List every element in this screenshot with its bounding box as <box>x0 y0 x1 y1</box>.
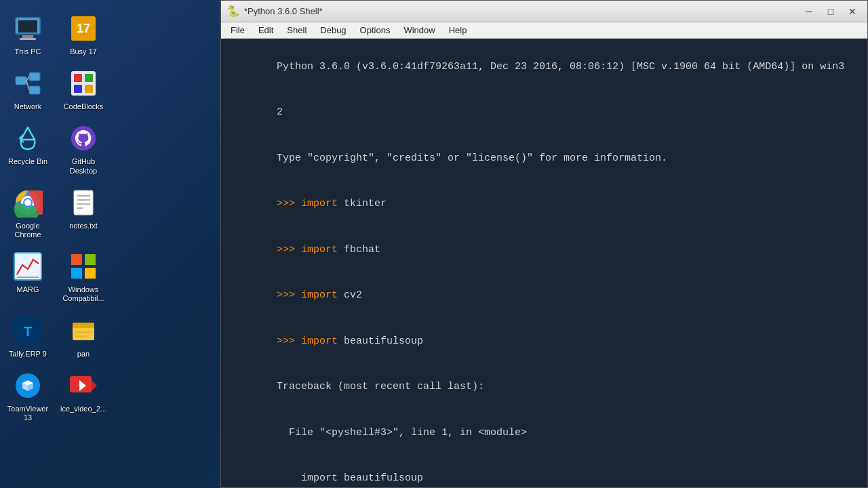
github-icon <box>67 122 100 155</box>
version-line2: 2 <box>228 90 861 136</box>
svg-rect-29 <box>71 254 82 265</box>
svg-rect-7 <box>29 73 40 81</box>
svg-rect-3 <box>20 38 36 40</box>
desktop-icon-tally[interactable]: T Tally.ERP 9 <box>0 309 56 364</box>
keyword-2: import <box>301 244 338 256</box>
file-text: File "<pyshell#3>", line 1, in <module> <box>277 427 527 439</box>
module-1: tkinter <box>338 198 387 209</box>
desktop-icon-busy17[interactable]: 17 Busy 17 <box>56 7 111 62</box>
svg-point-21 <box>24 199 31 206</box>
desktop-icon-recycle[interactable]: Recycle Bin <box>0 117 56 180</box>
window-title: *Python 3.6.0 Shell* <box>244 6 800 16</box>
tally-label: Tally.ERP 9 <box>9 350 47 359</box>
svg-line-10 <box>26 81 29 90</box>
ice-video-label: ice_video_2... <box>60 405 106 413</box>
window-menubar: File Edit Shell Debug Options Window Hel… <box>221 22 867 39</box>
prompt-2: >>> <box>277 244 301 256</box>
desktop-icon-this-pc[interactable]: This PC <box>0 7 56 62</box>
info-line: Type "copyright", "credits" or "license(… <box>228 136 861 182</box>
window-controls: ─ □ ✕ <box>800 4 862 19</box>
module-3: cv2 <box>338 289 362 301</box>
desktop-icon-teamviewer[interactable]: TeamViewer 13 <box>0 364 56 428</box>
maximize-button[interactable]: □ <box>821 4 840 19</box>
prompt-1: >>> <box>277 198 301 209</box>
svg-text:17: 17 <box>77 22 90 35</box>
pan-label: pan <box>77 350 90 359</box>
svg-rect-6 <box>16 77 26 85</box>
svg-rect-30 <box>85 254 96 265</box>
desktop-icon-github[interactable]: GitHub Desktop <box>56 117 111 180</box>
shell-content[interactable]: Python 3.6.0 (v3.6.0:41df79263a11, Dec 2… <box>221 39 867 487</box>
chrome-label: Google Chrome <box>3 222 53 239</box>
svg-rect-27 <box>14 253 41 280</box>
menu-options[interactable]: Options <box>353 24 397 37</box>
svg-rect-31 <box>71 268 82 279</box>
notes-label: notes.txt <box>69 222 98 230</box>
svg-marker-16 <box>21 127 35 140</box>
svg-rect-32 <box>85 268 96 279</box>
keyword-1: import <box>301 198 338 209</box>
menu-file[interactable]: File <box>224 24 252 37</box>
svg-line-9 <box>26 77 29 81</box>
desktop-icon-codeblocks[interactable]: CodeBlocks <box>56 62 111 117</box>
menu-help[interactable]: Help <box>442 24 474 37</box>
compat-label: Windows Compatibil... <box>58 285 108 303</box>
desktop-icon-ice-video[interactable]: ice_video_2... <box>56 364 111 428</box>
svg-rect-22 <box>74 190 93 215</box>
icon-row-4: MARG Windows Compatibil... <box>0 245 112 308</box>
menu-debug[interactable]: Debug <box>313 24 353 37</box>
svg-rect-2 <box>22 35 33 38</box>
svg-rect-15 <box>85 85 93 93</box>
recycle-label: Recycle Bin <box>8 157 47 166</box>
python-icon: 🐍 <box>226 5 240 18</box>
desktop-icons: This PC 17 Busy 17 <box>0 7 112 428</box>
module-4: beautifulsoup <box>338 336 423 347</box>
notes-icon <box>67 186 100 219</box>
menu-shell[interactable]: Shell <box>280 24 313 37</box>
keyword-3: import <box>301 289 338 301</box>
network-label: Network <box>14 102 41 111</box>
github-label: GitHub Desktop <box>58 157 108 175</box>
codeblocks-icon <box>67 67 100 100</box>
icon-row-1: Network CodeBlocks <box>0 62 112 117</box>
desktop-icon-chrome[interactable]: Google Chrome <box>0 181 56 245</box>
svg-rect-1 <box>18 20 37 33</box>
desktop-icon-notes[interactable]: notes.txt <box>56 181 111 245</box>
svg-rect-14 <box>74 85 82 93</box>
svg-rect-36 <box>73 323 94 328</box>
traceback-code: import beautifulsoup <box>228 456 861 488</box>
prompt-3: >>> <box>277 289 301 301</box>
close-button[interactable]: ✕ <box>843 4 862 19</box>
desktop-icon-pan[interactable]: pan <box>56 309 111 364</box>
traceback-file: File "<pyshell#3>", line 1, in <module> <box>228 410 861 456</box>
chrome-icon <box>12 186 44 219</box>
marg-label: MARG <box>17 285 39 294</box>
network-icon <box>12 67 44 100</box>
icon-row-5: T Tally.ERP 9 pan <box>0 309 112 364</box>
desktop-icon-marg[interactable]: MARG <box>0 245 56 308</box>
cmd-import-fbchat: >>> import fbchat <box>228 227 861 273</box>
menu-edit[interactable]: Edit <box>252 24 280 37</box>
menu-window[interactable]: Window <box>397 24 441 37</box>
desktop-icon-compat[interactable]: Windows Compatibil... <box>56 245 111 308</box>
pan-icon <box>67 314 100 347</box>
python-shell-window: 🐍 *Python 3.6.0 Shell* ─ □ ✕ File Edit S… <box>220 0 868 488</box>
compat-icon <box>67 250 100 283</box>
traceback-header: Traceback (most recent call last): <box>228 365 861 411</box>
minimize-button[interactable]: ─ <box>800 4 818 19</box>
icon-row-6: TeamViewer 13 ice_video_2... <box>0 364 112 428</box>
cmd-import-tkinter: >>> import tkinter <box>228 182 861 228</box>
codeblocks-label: CodeBlocks <box>64 102 104 111</box>
teamviewer-label: TeamViewer 13 <box>3 405 53 422</box>
desktop-icon-network[interactable]: Network <box>0 62 56 117</box>
svg-rect-8 <box>29 86 40 94</box>
cmd-import-bs: >>> import beautifulsoup <box>228 319 861 365</box>
svg-text:T: T <box>24 324 32 339</box>
svg-rect-12 <box>74 74 82 82</box>
recycle-icon <box>12 122 44 155</box>
version-line1: Python 3.6.0 (v3.6.0:41df79263a11, Dec 2… <box>228 44 861 90</box>
icon-row-2: Recycle Bin GitHub Desktop <box>0 117 112 180</box>
cmd-import-cv2: >>> import cv2 <box>228 273 861 319</box>
svg-marker-41 <box>92 380 97 391</box>
svg-point-17 <box>71 126 96 150</box>
